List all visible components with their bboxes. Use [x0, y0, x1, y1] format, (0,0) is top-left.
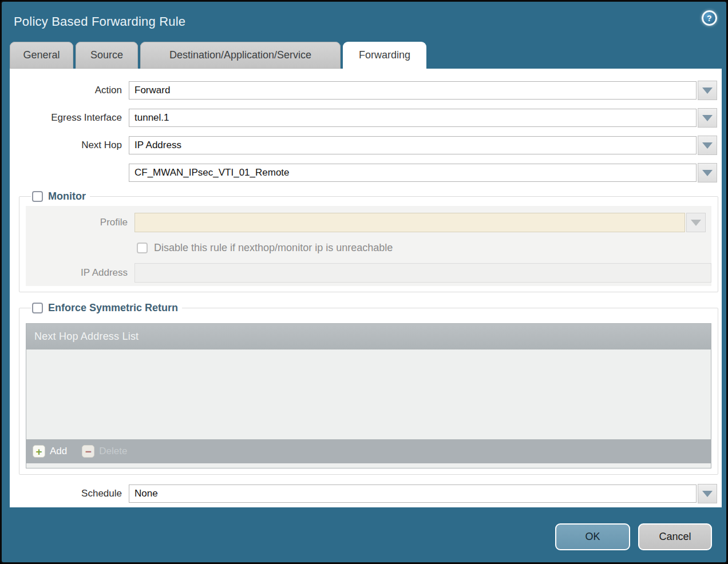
monitor-ip-address-row: IP Address [26, 263, 711, 283]
disable-rule-label: Disable this rule if nexthop/monitor ip … [154, 242, 393, 254]
cancel-button-label: Cancel [659, 531, 691, 543]
pbf-rule-dialog: Policy Based Forwarding Rule ? General S… [0, 0, 728, 564]
dialog-titlebar: Policy Based Forwarding Rule ? [2, 2, 726, 42]
monitor-ip-address-input [134, 263, 711, 283]
schedule-dropdown-button[interactable] [698, 484, 717, 503]
next-hop-address-list-header-label: Next Hop Address List [34, 331, 139, 343]
next-hop-address-list-table: Next Hop Address List + Add − Delete [26, 323, 711, 468]
delete-button: − Delete [82, 445, 127, 458]
profile-label: Profile [26, 217, 134, 228]
next-hop-address-list-toolbar: + Add − Delete [26, 439, 711, 463]
ok-button-label: OK [585, 531, 600, 543]
chevron-down-icon [702, 491, 713, 497]
tab-general[interactable]: General [10, 42, 73, 69]
schedule-label: Schedule [10, 488, 129, 499]
add-button-label: Add [50, 446, 67, 457]
monitor-title: Monitor [48, 190, 86, 202]
tab-source-label: Source [90, 49, 123, 61]
cancel-button[interactable]: Cancel [638, 523, 712, 550]
monitor-ip-address-label: IP Address [26, 267, 134, 279]
delete-minus-icon: − [82, 445, 94, 458]
add-plus-icon: + [33, 445, 45, 458]
tab-forwarding-label: Forwarding [359, 49, 410, 61]
dialog-title: Policy Based Forwarding Rule [14, 14, 185, 29]
next-hop-address-list-header: Next Hop Address List [26, 324, 711, 349]
next-hop-select[interactable]: IP Address [129, 136, 697, 154]
next-hop-row: Next Hop IP Address [10, 136, 722, 155]
disable-rule-row: Disable this rule if nexthop/monitor ip … [26, 242, 711, 254]
disable-rule-checkbox [137, 243, 148, 253]
chevron-down-icon [702, 88, 713, 94]
chevron-down-icon [702, 142, 713, 149]
forwarding-tab-panel: Action Forward Egress Interface tunnel.1… [10, 69, 722, 507]
action-row: Action Forward [10, 81, 722, 100]
tab-destination-application-service-label: Destination/Application/Service [169, 49, 311, 61]
egress-interface-select[interactable]: tunnel.1 [129, 109, 697, 127]
profile-dropdown-button [686, 213, 706, 232]
next-hop-value-row: CF_MWAN_IPsec_VTI_01_Remote [10, 163, 722, 182]
help-icon[interactable]: ? [702, 10, 717, 26]
ok-button[interactable]: OK [555, 523, 630, 550]
monitor-section: Monitor Profile Disable this rule if nex… [19, 190, 718, 292]
egress-interface-label: Egress Interface [10, 112, 129, 124]
egress-interface-row: Egress Interface tunnel.1 [10, 108, 722, 128]
enforce-symmetric-return-checkbox[interactable] [32, 303, 43, 313]
enforce-symmetric-return-section: Enforce Symmetric Return Next Hop Addres… [19, 302, 718, 475]
monitor-legend: Monitor [31, 190, 90, 202]
schedule-row: Schedule None [10, 484, 722, 503]
profile-select [134, 213, 685, 232]
next-hop-label: Next Hop [10, 140, 129, 151]
action-dropdown-button[interactable] [698, 81, 717, 100]
profile-row: Profile [26, 213, 711, 232]
chevron-down-icon [702, 115, 713, 121]
action-label: Action [10, 85, 129, 96]
tab-source[interactable]: Source [76, 42, 138, 69]
tab-general-label: General [23, 49, 60, 61]
chevron-down-icon [702, 170, 713, 176]
enforce-symmetric-return-legend: Enforce Symmetric Return [31, 302, 182, 314]
monitor-panel: Profile Disable this rule if nexthop/mon… [26, 206, 711, 286]
action-select[interactable]: Forward [129, 81, 697, 100]
next-hop-address-select[interactable]: CF_MWAN_IPsec_VTI_01_Remote [129, 164, 697, 182]
delete-button-label: Delete [99, 446, 127, 457]
next-hop-dropdown-button[interactable] [698, 136, 717, 155]
next-hop-address-dropdown-button[interactable] [698, 163, 717, 182]
enforce-symmetric-return-title: Enforce Symmetric Return [48, 302, 178, 314]
monitor-checkbox[interactable] [32, 191, 43, 202]
tab-bar: General Source Destination/Application/S… [2, 42, 726, 69]
schedule-select[interactable]: None [129, 484, 697, 503]
egress-interface-dropdown-button[interactable] [698, 108, 717, 128]
chevron-down-icon [691, 220, 701, 226]
help-icon-glyph: ? [707, 14, 712, 23]
add-button[interactable]: + Add [33, 445, 67, 458]
next-hop-address-list-body [26, 349, 711, 439]
tab-destination-application-service[interactable]: Destination/Application/Service [140, 42, 341, 69]
tab-forwarding[interactable]: Forwarding [343, 42, 426, 69]
